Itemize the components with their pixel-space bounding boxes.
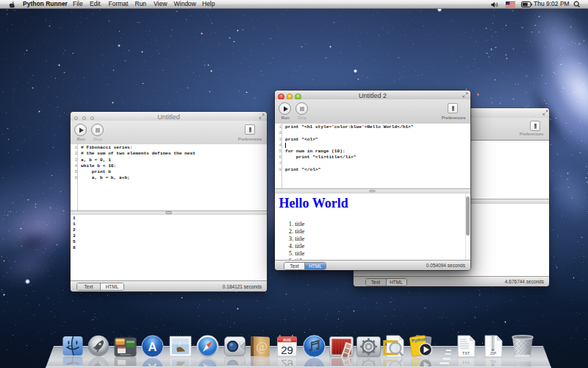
svg-text:ZIP: ZIP bbox=[490, 351, 497, 355]
svg-text:A: A bbox=[148, 340, 157, 354]
svg-text:AUG: AUG bbox=[283, 338, 291, 342]
svg-text:29: 29 bbox=[281, 344, 293, 356]
svg-text:@: @ bbox=[256, 339, 268, 354]
svg-text:TXT: TXT bbox=[462, 351, 470, 355]
